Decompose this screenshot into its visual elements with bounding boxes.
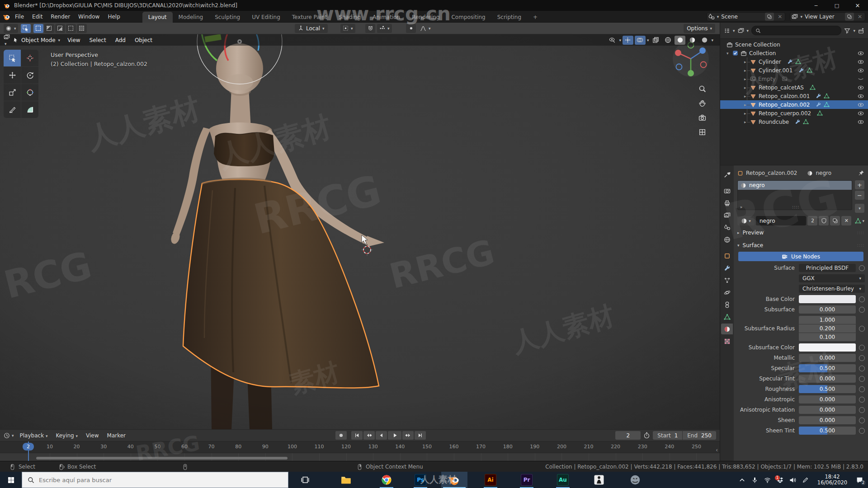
filter-icon[interactable]	[844, 28, 850, 34]
menu-file[interactable]: File	[11, 11, 28, 23]
jump-end-button[interactable]	[415, 431, 426, 440]
tray-microphone-icon[interactable]	[751, 477, 758, 483]
jump-start-button[interactable]	[351, 431, 363, 440]
shading-material-icon[interactable]	[687, 36, 698, 45]
viewport-menu-object[interactable]: Object	[130, 37, 157, 43]
active-tool-icon[interactable]	[21, 24, 31, 33]
tree-view-icon[interactable]	[724, 28, 730, 34]
properties-tab-physics[interactable]	[721, 287, 733, 298]
next-keyframe-button[interactable]	[402, 431, 414, 440]
properties-tab-render[interactable]	[721, 185, 733, 196]
eye-icon[interactable]	[858, 84, 864, 91]
taskbar-search[interactable]	[22, 472, 288, 488]
new-collection-icon[interactable]	[858, 28, 864, 34]
preview-panel-header[interactable]: ▸Preview::::	[737, 227, 864, 238]
remove-slot-button[interactable]: −	[855, 191, 864, 200]
clock[interactable]: 18:42 16/06/2020	[815, 474, 850, 486]
animate-dot-icon[interactable]	[859, 376, 865, 382]
collection-checkbox[interactable]	[732, 50, 738, 56]
timeline-menu-keying[interactable]: Keying ▾	[52, 432, 82, 439]
eye-icon[interactable]	[858, 102, 864, 108]
cursor-tool[interactable]	[21, 50, 38, 66]
prev-frame-button[interactable]	[376, 431, 387, 440]
outliner-row[interactable]: ▸Cylinder	[720, 57, 868, 66]
outliner-search[interactable]	[751, 26, 841, 35]
properties-tab-object-data[interactable]	[721, 311, 733, 322]
tab-modeling[interactable]: Modeling	[173, 12, 209, 23]
tab-sculpting[interactable]: Sculpting	[209, 12, 246, 23]
tray-speaker-icon[interactable]	[789, 477, 796, 483]
property-slider[interactable]: 0.500	[799, 364, 856, 372]
vector-component[interactable]: 0.100	[799, 333, 856, 341]
animate-dot-icon[interactable]	[859, 265, 865, 271]
xray-icon[interactable]	[650, 36, 661, 45]
eye-closed-icon[interactable]	[858, 76, 864, 82]
animate-dot-icon[interactable]	[859, 428, 865, 434]
tray-dropbox-icon[interactable]: 1	[777, 477, 783, 483]
tab-scripting[interactable]: Scripting	[491, 12, 527, 23]
property-slider[interactable]: 0.500	[799, 427, 856, 435]
transform-tool[interactable]	[21, 84, 38, 101]
animate-dot-icon[interactable]	[859, 397, 865, 403]
taskbar-app-file-explorer[interactable]	[333, 472, 359, 488]
timeline-scrollbar[interactable]	[36, 457, 288, 460]
shading-rendered-icon[interactable]	[699, 36, 710, 45]
use-nodes-button[interactable]: Use Nodes	[738, 252, 863, 261]
select-box-tool[interactable]	[4, 50, 21, 66]
property-vector-field[interactable]: 1.0000.2000.100	[799, 316, 856, 341]
viewport-menu-view[interactable]: View	[63, 37, 85, 43]
material-name-field[interactable]: negro	[756, 216, 806, 225]
menu-render[interactable]: Render	[47, 11, 74, 23]
tab-rendering[interactable]: Rendering	[406, 12, 445, 23]
properties-tab-world[interactable]	[721, 234, 733, 245]
animate-dot-icon[interactable]	[859, 326, 865, 332]
animate-dot-icon[interactable]	[859, 386, 865, 392]
properties-tab-output[interactable]	[721, 197, 733, 208]
timeline-collapse-icon[interactable]: ‹	[716, 447, 718, 453]
taskbar-app-audition[interactable]: Au	[550, 472, 576, 488]
tab-uv-editing[interactable]: UV Editing	[246, 12, 286, 23]
color-swatch[interactable]	[799, 295, 856, 303]
slot-specials-button[interactable]: ▾	[855, 204, 864, 213]
snap-target-dropdown[interactable]: ▾	[377, 24, 392, 33]
play-button[interactable]	[388, 431, 401, 440]
current-frame-field[interactable]: 2	[615, 431, 641, 440]
timeline-menu-playback[interactable]: Playback ▾	[16, 432, 52, 439]
select-mode-subtract[interactable]	[55, 24, 65, 33]
add-slot-button[interactable]: +	[855, 180, 864, 189]
minimize-button[interactable]: ─	[806, 0, 826, 11]
taskbar-app-paint-app[interactable]	[622, 472, 648, 488]
blender-logo-icon[interactable]	[3, 13, 11, 21]
current-frame-badge[interactable]: 2	[23, 443, 34, 450]
property-slider[interactable]: 0.000	[799, 395, 856, 404]
rotate-tool[interactable]	[21, 67, 38, 84]
remove-view-layer-button[interactable]: ✕	[856, 14, 863, 20]
gizmos-icon[interactable]	[623, 36, 633, 45]
outliner-row[interactable]: ▸Retopo_calcetAS	[720, 83, 868, 92]
display-mode-icon[interactable]	[738, 28, 744, 34]
scale-tool[interactable]	[4, 84, 21, 101]
auto-keying-icon[interactable]	[643, 432, 650, 439]
animate-dot-icon[interactable]	[859, 345, 865, 351]
close-button[interactable]: ✕	[847, 0, 868, 11]
surface-panel-header[interactable]: ▾Surface::::	[737, 240, 864, 251]
animate-dot-icon[interactable]	[859, 307, 865, 313]
shading-wireframe-icon[interactable]	[662, 36, 673, 45]
view-layer-selector[interactable]: ▾ View Layer ✕	[790, 12, 865, 21]
taskbar-app-blender[interactable]	[441, 472, 467, 488]
select-mode-intersect[interactable]	[77, 24, 87, 33]
outliner-row[interactable]: ▸Empty	[720, 75, 868, 83]
property-slider[interactable]: 0.000	[799, 375, 856, 383]
animate-dot-icon[interactable]	[859, 418, 865, 423]
taskbar-search-input[interactable]	[39, 477, 283, 483]
tab-compositing[interactable]: Compositing	[445, 12, 491, 23]
maximize-button[interactable]: □	[826, 0, 847, 11]
frame-start-field[interactable]: Start1	[653, 431, 682, 440]
tab-animation[interactable]: Animation	[367, 12, 406, 23]
tab-texture-paint[interactable]: Texture Paint	[286, 12, 333, 23]
new-scene-button[interactable]	[765, 13, 774, 21]
menu-help[interactable]: Help	[104, 11, 124, 23]
properties-tab-material[interactable]	[721, 324, 733, 334]
animate-dot-icon[interactable]	[859, 296, 865, 302]
prev-keyframe-button[interactable]	[363, 431, 375, 440]
